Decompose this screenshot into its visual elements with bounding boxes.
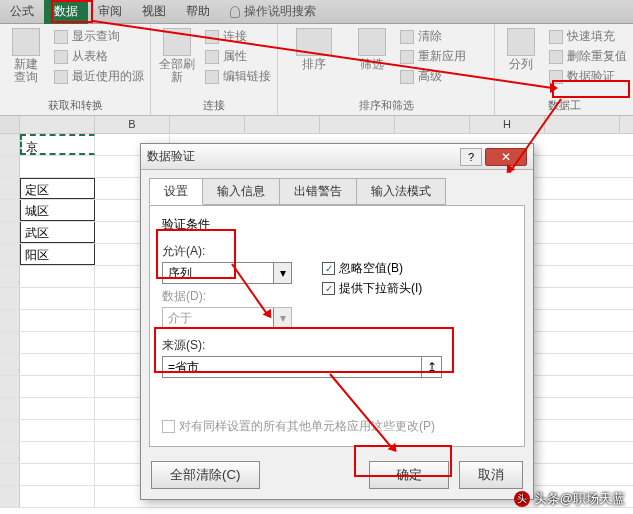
from-table-icon: [54, 50, 68, 64]
show-queries-icon: [54, 30, 68, 44]
columns-icon: [507, 28, 535, 56]
data-value: 介于: [163, 310, 273, 327]
flash-fill-icon: [549, 30, 563, 44]
col-h[interactable]: [245, 116, 320, 133]
data-validation-dialog: 数据验证 ? ✕ 设置 输入信息 出错警告 输入法模式 验证条件 允许(A): …: [140, 143, 534, 500]
reapply-icon: [400, 50, 414, 64]
clear-all-button[interactable]: 全部清除(C): [151, 461, 260, 489]
source-value: =省市: [163, 359, 421, 376]
col-h-corner[interactable]: [0, 116, 20, 133]
dialog-tabs: 设置 输入信息 出错警告 输入法模式: [141, 170, 533, 205]
sort-button[interactable]: 排序: [284, 28, 344, 71]
properties-icon: [205, 50, 219, 64]
group-label: 获取和转换: [6, 96, 144, 113]
refresh-all-button[interactable]: 全部刷新: [157, 28, 197, 84]
col-h[interactable]: [20, 116, 95, 133]
help-button[interactable]: ?: [460, 148, 482, 166]
col-h[interactable]: [395, 116, 470, 133]
col-h[interactable]: [545, 116, 620, 133]
from-table-button[interactable]: 从表格: [54, 48, 144, 65]
flash-fill-button[interactable]: 快速填充: [549, 28, 627, 45]
checkbox-icon: ✓: [322, 262, 335, 275]
filter-button[interactable]: 筛选: [352, 28, 392, 71]
remove-duplicates-button[interactable]: 删除重复值: [549, 48, 627, 65]
col-h[interactable]: [170, 116, 245, 133]
range-picker-icon[interactable]: ↥: [421, 357, 441, 377]
tell-me-search[interactable]: 操作说明搜索: [230, 3, 316, 20]
tab-formulas[interactable]: 公式: [0, 0, 44, 24]
sort-icon: [296, 28, 332, 56]
cell[interactable]: 武区: [20, 222, 95, 243]
ribbon-body: 新建 查询 显示查询 从表格 最近使用的源 获取和转换 全部刷新 连接 属性 编…: [0, 24, 633, 116]
edit-links-icon: [205, 70, 219, 84]
advanced-filter-button[interactable]: 高级: [400, 68, 466, 85]
section-label: 验证条件: [162, 216, 512, 233]
close-button[interactable]: ✕: [485, 148, 527, 166]
clear-filter-button[interactable]: 清除: [400, 28, 466, 45]
watermark: 头 头条@职场天蓝: [514, 490, 625, 508]
tab-help[interactable]: 帮助: [176, 0, 220, 24]
edit-links-button[interactable]: 编辑链接: [205, 68, 271, 85]
cancel-button[interactable]: 取消: [459, 461, 523, 489]
dialog-body: 验证条件 允许(A): 序列 ▾ 数据(D): 介于 ▾ ✓忽略空值(B) ✓提…: [149, 205, 525, 447]
ignore-blank-checkbox[interactable]: ✓忽略空值(B): [322, 260, 422, 277]
tell-me-label: 操作说明搜索: [244, 3, 316, 20]
refresh-label: 全部刷新: [157, 58, 197, 84]
data-combo: 介于 ▾: [162, 307, 292, 329]
recent-sources-button[interactable]: 最近使用的源: [54, 68, 144, 85]
col-h-b[interactable]: B: [95, 116, 170, 133]
dedup-icon: [549, 50, 563, 64]
validation-icon: [549, 70, 563, 84]
dialog-title: 数据验证: [147, 148, 460, 165]
clear-icon: [400, 30, 414, 44]
column-headers: B H: [0, 116, 633, 134]
recent-icon: [54, 70, 68, 84]
col-h[interactable]: [320, 116, 395, 133]
tab-view[interactable]: 视图: [132, 0, 176, 24]
source-input[interactable]: =省市 ↥: [162, 356, 442, 378]
text-to-columns-button[interactable]: 分列: [501, 28, 541, 71]
ok-button[interactable]: 确定: [369, 461, 449, 489]
ribbon-tab-strip: 公式 数据 审阅 视图 帮助 操作说明搜索: [0, 0, 633, 24]
in-cell-dropdown-checkbox[interactable]: ✓提供下拉箭头(I): [322, 280, 422, 297]
group-label: 连接: [157, 96, 271, 113]
group-label: 数据工: [501, 96, 627, 113]
filter-icon: [358, 28, 386, 56]
cell[interactable]: 京: [20, 134, 95, 155]
dialog-titlebar[interactable]: 数据验证 ? ✕: [141, 144, 533, 170]
cell[interactable]: 城区: [20, 200, 95, 221]
new-query-label: 新建 查询: [14, 58, 38, 84]
new-query-button[interactable]: 新建 查询: [6, 28, 46, 84]
connections-icon: [205, 30, 219, 44]
group-label: 排序和筛选: [284, 96, 488, 113]
tab-data[interactable]: 数据: [44, 0, 88, 24]
group-connections: 全部刷新 连接 属性 编辑链接 连接: [151, 24, 278, 115]
chevron-down-icon: ▾: [273, 308, 291, 328]
dtab-input-msg[interactable]: 输入信息: [202, 178, 280, 205]
source-label: 来源(S):: [162, 337, 512, 354]
apply-changes-checkbox[interactable]: 对有同样设置的所有其他单元格应用这些更改(P): [162, 418, 512, 435]
bulb-icon: [230, 6, 240, 18]
properties-button[interactable]: 属性: [205, 48, 271, 65]
show-queries-button[interactable]: 显示查询: [54, 28, 144, 45]
connections-button[interactable]: 连接: [205, 28, 271, 45]
refresh-icon: [163, 28, 191, 56]
group-get-transform: 新建 查询 显示查询 从表格 最近使用的源 获取和转换: [0, 24, 151, 115]
chevron-down-icon: ▾: [273, 263, 291, 283]
advanced-icon: [400, 70, 414, 84]
dtab-settings[interactable]: 设置: [149, 178, 203, 205]
reapply-button[interactable]: 重新应用: [400, 48, 466, 65]
cell[interactable]: 阳区: [20, 244, 95, 265]
allow-combo[interactable]: 序列 ▾: [162, 262, 292, 284]
cell[interactable]: 定区: [20, 178, 95, 199]
dtab-ime-mode[interactable]: 输入法模式: [356, 178, 446, 205]
dtab-error-alert[interactable]: 出错警告: [279, 178, 357, 205]
tab-review[interactable]: 审阅: [88, 0, 132, 24]
new-query-icon: [12, 28, 40, 56]
group-sort-filter: 排序 筛选 清除 重新应用 高级 排序和筛选: [278, 24, 495, 115]
dialog-buttons: 全部清除(C) 确定 取消: [141, 455, 533, 499]
checkbox-icon: ✓: [322, 282, 335, 295]
group-data-tools: 分列 快速填充 删除重复值 数据验证 数据工: [495, 24, 633, 115]
col-h-h[interactable]: H: [470, 116, 545, 133]
data-validation-button[interactable]: 数据验证: [549, 68, 627, 85]
